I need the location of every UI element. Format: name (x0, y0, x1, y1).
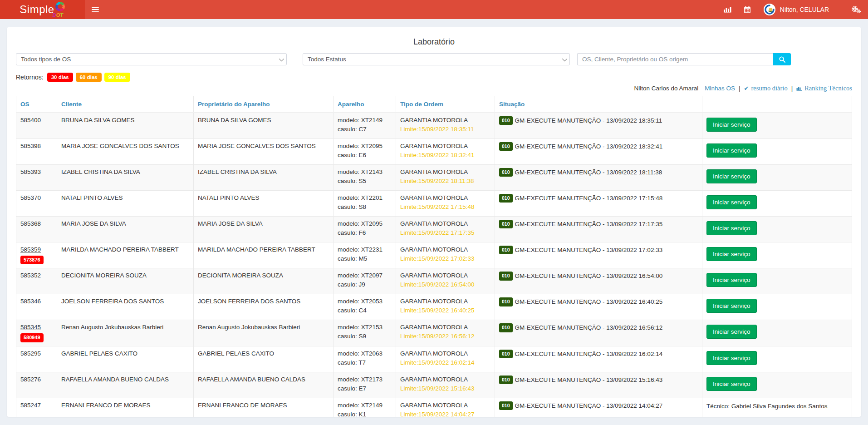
os-number: 585400 (20, 117, 41, 124)
tipo-ordem-cell: GARANTIA MOTOROLA Limite:15/09/2022 17:1… (396, 216, 495, 242)
situacao-cell: 010GM-EXECUTE MANUTENÇÃO - 13/09/2022 17… (495, 216, 702, 242)
os-cell: 585359 573876 (16, 242, 57, 268)
aparelho-cell: modelo: XT2173 casulo: E7 (333, 372, 396, 398)
returns-label: Retornos: (16, 74, 44, 81)
table-row: 585359 573876 MARILDA MACHADO PEREIRA TA… (16, 242, 852, 268)
search-button[interactable] (773, 53, 791, 65)
cliente-name: JOELSON FERREIRA DOS SANTOS (61, 298, 164, 305)
cliente-cell: MARILDA MACHADO PEREIRA TABBERT (57, 242, 194, 268)
table-row: 585276 RAFAELLA AMANDA BUENO CALDAS RAFA… (16, 372, 852, 398)
situacao-cell: 010GM-EXECUTE MANUTENÇÃO - 13/09/2022 18… (495, 164, 702, 190)
iniciar-servico-button[interactable]: Iniciar serviço (706, 273, 757, 287)
acao-cell: Iniciar serviço (702, 294, 852, 320)
situacao-cell: 010GM-EXECUTE MANUTENÇÃO - 13/09/2022 17… (495, 190, 702, 216)
cliente-name: BRUNA DA SILVA GOMES (61, 117, 135, 124)
user-menu[interactable]: Nilton, CELULAR (757, 4, 833, 15)
tipo-ordem: GARANTIA MOTOROLA (400, 117, 490, 124)
situacao-text: GM-EXECUTE MANUTENÇÃO - 13/09/2022 16:40… (515, 298, 663, 305)
proprietario-name: BRUNA DA SILVA GOMES (198, 117, 271, 124)
return-os-badge[interactable]: 580949 (20, 333, 44, 342)
iniciar-servico-button[interactable]: Iniciar serviço (706, 169, 757, 183)
modelo-line: modelo: XT2095 (338, 143, 392, 150)
header-aparelho[interactable]: Aparelho (333, 96, 396, 113)
header-cliente[interactable]: Cliente (57, 96, 194, 113)
returns-60-badge[interactable]: 60 dias (76, 73, 102, 82)
tipo-ordem: GARANTIA MOTOROLA (400, 272, 490, 280)
top-navbar: Simple DOT Nilton, CELULAR (0, 0, 868, 19)
acao-cell: Iniciar serviço (702, 268, 852, 294)
aparelho-cell: modelo: XT2097 casulo: J9 (333, 268, 396, 294)
os-number: 585398 (20, 143, 41, 150)
tipo-ordem: GARANTIA MOTOROLA (400, 168, 490, 176)
proprietario-name: MARIA JOSE DA SILVA (198, 220, 263, 227)
modelo-line: modelo: XT2097 (338, 272, 392, 280)
header-proprietario[interactable]: Proprietário do Aparelho (194, 96, 333, 113)
limite-line: Limite:15/09/2022 18:35:11 (400, 126, 490, 133)
header-tipo-ordem[interactable]: Tipo de Ordem (396, 96, 495, 113)
os-number: 585346 (20, 298, 41, 306)
os-type-select-wrap: Todos tipos de OS (16, 53, 287, 65)
content-area: Laboratório Todos tipos de OS Todos Esta… (0, 19, 868, 417)
iniciar-servico-button[interactable]: Iniciar serviço (706, 247, 757, 261)
returns-30-badge[interactable]: 30 dias (47, 73, 73, 82)
modelo-line: modelo: XT2149 (338, 402, 392, 410)
os-number: 585295 (20, 350, 41, 358)
iniciar-servico-button[interactable]: Iniciar serviço (706, 221, 757, 235)
return-os-badge[interactable]: 573876 (20, 256, 44, 265)
situacao-code-badge: 010 (499, 194, 513, 203)
cliente-cell: GABRIEL PELAES CAXITO (57, 346, 194, 372)
situacao-text: GM-EXECUTE MANUTENÇÃO - 13/09/2022 16:02… (515, 351, 663, 357)
search-input[interactable] (577, 53, 773, 65)
bar-chart-icon[interactable] (717, 0, 737, 19)
resumo-diario-link[interactable]: resumo diário (751, 84, 788, 92)
brand-logo[interactable]: Simple DOT (0, 0, 85, 19)
os-cell: 585247 (16, 398, 57, 417)
cliente-name: MARILDA MACHADO PEREIRA TABBERT (61, 246, 179, 253)
proprietario-cell: GABRIEL PELAES CAXITO (194, 346, 333, 372)
minhas-os-link[interactable]: Minhas OS (705, 85, 735, 92)
proprietario-cell: MARIA JOSE DA SILVA (194, 216, 333, 242)
status-select[interactable]: Todos Estatus (303, 53, 570, 65)
iniciar-servico-button[interactable]: Iniciar serviço (706, 143, 757, 158)
proprietario-cell: IZABEL CRISTINA DA SILVA (194, 164, 333, 190)
header-situacao[interactable]: Situação (495, 96, 702, 113)
iniciar-servico-button[interactable]: Iniciar serviço (706, 118, 757, 132)
situacao-code-badge: 010 (499, 116, 513, 125)
aparelho-cell: modelo: XT2201 casulo: S8 (333, 190, 396, 216)
casulo-line: casulo: M5 (338, 255, 392, 263)
brand-name: Simple (20, 4, 54, 15)
header-os[interactable]: OS (16, 96, 57, 113)
modelo-line: modelo: XT2201 (338, 194, 392, 202)
situacao-code-badge: 010 (499, 220, 513, 228)
iniciar-servico-button[interactable]: Iniciar serviço (706, 351, 757, 365)
cogs-icon[interactable] (844, 0, 868, 19)
proprietario-name: Renan Augusto Jokubauskas Barbieri (198, 324, 300, 331)
menu-icon[interactable] (85, 0, 105, 19)
situacao-cell: 010GM-EXECUTE MANUTENÇÃO - 13/09/2022 16… (495, 268, 702, 294)
returns-90-badge[interactable]: 90 dias (104, 73, 130, 82)
table-row: 585368 MARIA JOSE DA SILVA MARIA JOSE DA… (16, 216, 852, 242)
os-cell: 585400 (16, 113, 57, 138)
modelo-line: modelo: XT2053 (338, 298, 392, 306)
iniciar-servico-button[interactable]: Iniciar serviço (706, 195, 757, 209)
limite-line: Limite:15/09/2022 14:04:27 (400, 411, 490, 417)
ranking-tecnicos-link[interactable]: Ranking Técnicos (804, 84, 852, 92)
technician-bar: Nilton Carlos do Amaral Minhas OS | ✔ re… (16, 84, 852, 92)
cliente-cell: MARIA JOSE GONCALVES DOS SANTOS (57, 138, 194, 164)
casulo-line: casulo: F6 (338, 229, 392, 237)
cliente-cell: ERNANI FRANCO DE MORAES (57, 398, 194, 417)
returns-bar: Retornos: 30 dias 60 dias 90 dias (16, 73, 852, 82)
aparelho-cell: modelo: XT2095 casulo: E6 (333, 138, 396, 164)
tipo-ordem-cell: GARANTIA MOTOROLA Limite:15/09/2022 16:0… (396, 346, 495, 372)
iniciar-servico-button[interactable]: Iniciar serviço (706, 325, 757, 339)
situacao-code-badge: 010 (499, 401, 513, 410)
tipo-ordem: GARANTIA MOTOROLA (400, 402, 490, 410)
iniciar-servico-button[interactable]: Iniciar serviço (706, 299, 757, 313)
os-type-select[interactable]: Todos tipos de OS (16, 53, 287, 65)
os-cell: 585346 (16, 294, 57, 320)
acao-cell: Iniciar serviço (702, 372, 852, 398)
calendar-icon[interactable] (737, 0, 757, 19)
modelo-line: modelo: XT2153 (338, 324, 392, 331)
os-number: 585247 (20, 402, 41, 410)
iniciar-servico-button[interactable]: Iniciar serviço (706, 377, 757, 391)
